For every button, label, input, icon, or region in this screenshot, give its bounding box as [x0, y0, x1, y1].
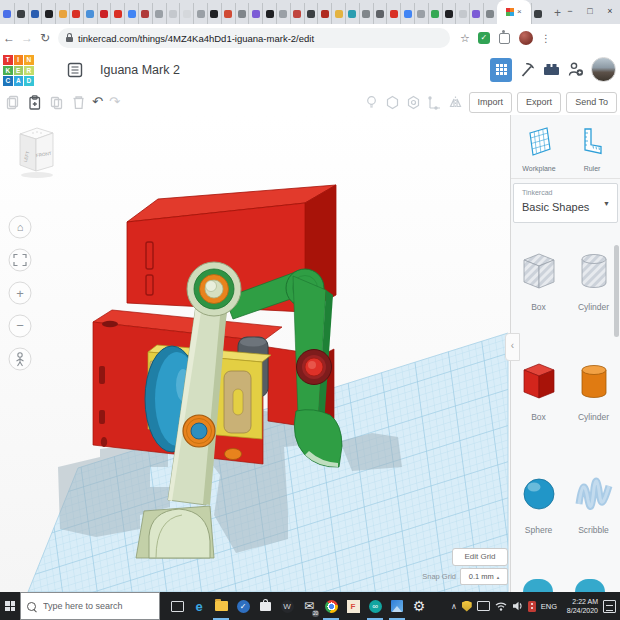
browser-tab[interactable] [193, 3, 207, 24]
fotor-icon[interactable]: F [342, 592, 364, 620]
ungroup-icon[interactable] [406, 94, 422, 110]
browser-tab[interactable] [207, 3, 221, 24]
alienware-icon[interactable]: W [276, 592, 298, 620]
browser-tab[interactable] [331, 3, 345, 24]
shape-tile-partial[interactable] [575, 579, 605, 592]
browser-tab[interactable] [124, 3, 138, 24]
file-explorer-icon[interactable] [210, 592, 232, 620]
window-minimize-button[interactable]: − [560, 0, 580, 24]
action-center-icon[interactable] [603, 600, 616, 613]
address-bar[interactable]: tinkercad.com/things/4MZ4Ka4hDd1-iguana-… [58, 28, 450, 48]
snap-grid-select[interactable]: 0.1 mm ▴ [460, 568, 508, 585]
shape-tile-box[interactable]: Box [514, 360, 564, 422]
task-view-icon[interactable] [166, 592, 188, 620]
browser-tab[interactable] [317, 3, 331, 24]
todo-check-icon[interactable]: ✓ [232, 592, 254, 620]
mirror-icon[interactable] [448, 94, 464, 110]
align-icon[interactable] [427, 94, 443, 110]
import-button[interactable]: Import [469, 92, 513, 113]
fit-view-button[interactable] [9, 249, 31, 271]
invite-person-icon[interactable] [567, 61, 584, 78]
browser-tab[interactable] [531, 3, 545, 24]
shape-tile-sphere[interactable]: Sphere [514, 473, 564, 535]
browser-tab[interactable] [304, 3, 318, 24]
browser-tab-active[interactable]: × [497, 0, 531, 24]
browser-tab[interactable] [97, 3, 111, 24]
browser-tab[interactable] [262, 3, 276, 24]
browser-tab[interactable] [83, 3, 97, 24]
loom-icon[interactable]: ∞ [364, 592, 386, 620]
minecraft-pickaxe-icon[interactable] [519, 61, 536, 78]
browser-tab[interactable] [276, 3, 290, 24]
reload-icon[interactable]: ↻ [36, 31, 54, 45]
clock[interactable]: 2:22 AM 8/24/2020 [562, 597, 598, 615]
extension-check-icon[interactable]: ✓ [478, 32, 490, 44]
browser-tab[interactable] [290, 3, 304, 24]
browser-tab[interactable] [442, 3, 456, 24]
browser-tab[interactable] [166, 3, 180, 24]
edit-grid-button[interactable]: Edit Grid [452, 548, 508, 566]
zoom-out-button[interactable]: − [9, 315, 31, 337]
workplane-tool[interactable]: Workplane [514, 125, 564, 172]
panel-collapse-handle[interactable]: ‹ [505, 333, 520, 361]
browser-profile-avatar[interactable] [519, 31, 533, 45]
tab-close-icon[interactable]: × [517, 8, 522, 16]
language-indicator[interactable]: ENG [541, 602, 557, 611]
shape-tile-partial[interactable] [523, 579, 553, 592]
paste-icon[interactable] [26, 94, 42, 110]
redo-icon[interactable]: ↷ [109, 95, 120, 109]
perspective-toggle-button[interactable] [9, 348, 31, 370]
settings-icon[interactable]: ⚙ [408, 592, 430, 620]
browser-tab[interactable] [469, 3, 483, 24]
zoom-in-button[interactable]: + [9, 282, 31, 304]
browser-tab[interactable] [28, 3, 42, 24]
browser-tab[interactable] [14, 3, 28, 24]
browser-tab[interactable] [483, 3, 497, 24]
taskbar-search[interactable] [20, 592, 160, 620]
window-close-button[interactable]: × [600, 0, 620, 24]
browser-tab[interactable] [373, 3, 387, 24]
browser-tab[interactable] [428, 3, 442, 24]
back-icon[interactable]: ← [0, 31, 18, 45]
browser-tab[interactable] [400, 3, 414, 24]
panel-scrollbar[interactable] [614, 245, 619, 337]
speaker-icon[interactable] [512, 601, 523, 611]
show-all-bulb-icon[interactable] [364, 94, 380, 110]
wifi-icon[interactable] [495, 601, 507, 611]
undo-icon[interactable]: ↶ [92, 95, 103, 109]
model-elbow-joint[interactable] [183, 415, 215, 447]
3d-viewport[interactable]: LEFT FRONT ⌂ + − [0, 115, 510, 592]
browser-tab[interactable] [152, 3, 166, 24]
window-maximize-button[interactable]: □ [580, 0, 600, 24]
security-shield-icon[interactable] [462, 601, 472, 612]
photos-icon[interactable] [386, 592, 408, 620]
browser-tab[interactable] [55, 3, 69, 24]
browser-tab[interactable] [455, 3, 469, 24]
browser-menu-icon[interactable]: ⋮ [541, 33, 551, 44]
model-shoulder-joint[interactable] [187, 262, 241, 316]
search-input[interactable] [41, 600, 159, 612]
3d-scene[interactable]: LEFT FRONT ⌂ + − [0, 115, 510, 592]
browser-tab[interactable] [248, 3, 262, 24]
browser-tab[interactable] [110, 3, 124, 24]
bookmark-star-icon[interactable]: ☆ [460, 32, 470, 45]
design-menu-icon[interactable] [67, 62, 83, 78]
edge-icon[interactable]: e [188, 592, 210, 620]
send-to-button[interactable]: Send To [566, 92, 617, 113]
browser-tab[interactable] [69, 3, 83, 24]
group-icon[interactable] [385, 94, 401, 110]
view-cube[interactable]: LEFT FRONT [20, 128, 53, 178]
model-orange-peg[interactable] [225, 449, 242, 460]
home-view-button[interactable]: ⌂ [9, 216, 31, 238]
model-front-foot[interactable] [136, 506, 214, 558]
browser-tab[interactable] [359, 3, 373, 24]
extensions-puzzle-icon[interactable] [499, 33, 510, 44]
shape-tile-hole-box[interactable]: Box [514, 250, 564, 312]
shape-tile-hole-cylinder[interactable]: Cylinder [569, 250, 619, 312]
display-icon[interactable] [477, 601, 490, 611]
start-button[interactable] [0, 592, 20, 620]
lego-brick-icon[interactable] [543, 61, 560, 78]
browser-tab[interactable] [414, 3, 428, 24]
browser-tab[interactable] [0, 3, 14, 24]
tinkercad-logo[interactable]: TINKERCAD [3, 55, 34, 86]
